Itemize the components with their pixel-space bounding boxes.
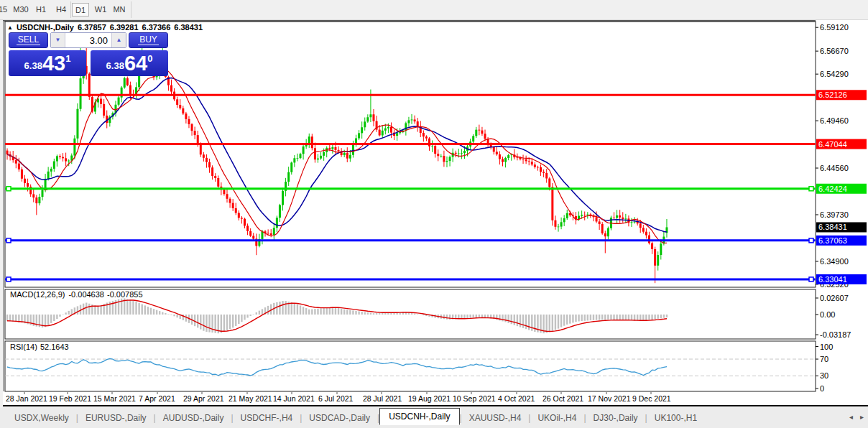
timeframe-button-d1[interactable]: D1 [72,3,89,17]
hline-price-badge: 6.52126 [818,90,847,99]
sell-button[interactable]: SELL [9,32,48,48]
hline-price-badge: 6.37063 [818,236,847,245]
date-label: 9 Dec 2021 [632,394,671,403]
timeframe-button-m30[interactable]: M30 [11,3,30,17]
date-label: 19 Aug 2021 [408,394,451,403]
date-label: 10 Sep 2021 [453,394,496,403]
date-label: 14 Jun 2021 [273,394,315,403]
date-label: 29 Apr 2021 [183,394,224,403]
buy-button[interactable]: BUY [129,32,168,48]
toolbar-separator [70,1,71,18]
tab-uk100-h1[interactable]: UK100-,H1 [647,411,704,425]
rsi-panel-frame [5,341,816,391]
price-tick-label: 6.44560 [820,164,849,172]
macd-layer [6,298,668,333]
last-price-badge: 6.38431 [818,223,847,231]
tab-dj30-daily[interactable]: DJ30-,Daily [586,411,645,425]
chart-canvas: 6.591206.566706.542906.494606.445606.397… [3,20,868,406]
price-tick-label: 6.49460 [820,116,849,125]
chart-window: 6.591206.566706.542906.494606.445606.397… [3,20,868,406]
volume-spinner: ▼ 3.00 ▲ [50,32,126,48]
rsi-layer [5,358,816,376]
rsi-tick-label: 30 [820,371,828,380]
volume-input[interactable]: 3.00 [65,33,111,47]
hline-handle[interactable] [6,187,11,191]
toolbar-separator [131,1,131,18]
ohlc-high: 6.39281 [110,23,139,32]
one-click-trading-panel: SELL ▼ 3.00 ▲ BUY 6.38431 6.38640 [9,32,168,76]
chart-tab-bar: USDX,Weekly|EURUSD-,Daily|AUDUSD-,Daily|… [0,408,868,428]
macd-tick-label: 0.00 [820,310,835,319]
ohlc-low: 6.37366 [142,23,171,32]
date-label: 6 Jul 2021 [318,394,354,403]
tabs-scroll-right-icon[interactable]: ▸ [860,413,864,421]
volume-decrease-icon[interactable]: ▼ [51,33,65,47]
chart-symbol-label: USDCNH-,Daily [17,23,74,32]
timeframe-toolbar: 15M30H1H4D1W1MN [0,0,868,20]
rsi-tick-label: 100 [820,343,833,351]
tab-xauusd-h4[interactable]: XAUUSD-,H4 [462,411,529,425]
date-label: 28 Jan 2021 [6,394,47,403]
price-axis: 6.591206.566706.542906.494606.445606.397… [816,23,867,393]
bid-price-display: 6.38431 [9,50,86,76]
tab-usdcad-daily[interactable]: USDCAD-,Daily [302,411,377,425]
macd-tick-label: 0.02607 [820,294,849,302]
hline-price-badge: 6.42424 [818,185,847,193]
date-label: 28 Jul 2021 [363,394,402,403]
horizontal-lines-layer[interactable] [5,95,816,282]
timeframe-button-w1[interactable]: W1 [92,3,109,17]
rsi-tick-label: 70 [820,355,828,363]
macd-indicator-label: MACD(12,26,9)-0.004638-0.007855 [10,290,143,299]
collapse-indicator-icon[interactable]: ▲ [7,24,13,31]
price-tick-label: 6.54290 [820,70,849,78]
hline-handle[interactable] [809,187,813,191]
hline-handle[interactable] [809,238,813,243]
hline-handle[interactable] [6,238,11,243]
ohlc-open: 6.37857 [78,23,106,32]
date-axis: 28 Jan 202119 Feb 202115 Mar 20217 Apr 2… [6,392,671,403]
date-label: 19 Feb 2021 [49,394,91,403]
tab-usdcnh-daily[interactable]: USDCNH-,Daily [379,408,459,425]
date-label: 21 May 2021 [228,394,272,403]
price-tick-label: 6.34900 [820,257,849,266]
date-label: 15 Mar 2021 [93,394,136,403]
timeframe-button-h1[interactable]: H1 [33,3,49,17]
hline-handle[interactable] [809,277,813,282]
tab-usdchf-h4[interactable]: USDCHF-,H4 [234,411,300,425]
tab-ukoil-h4[interactable]: UKOil-,H4 [530,411,583,425]
ask-price-display: 6.38640 [91,50,168,76]
date-label: 7 Apr 2021 [139,394,175,403]
macd-tick-label: -0.03187 [820,330,851,339]
tabs-scroll-left-icon[interactable]: ◂ [849,413,853,421]
hline-price-badge: 6.33041 [818,275,847,284]
tab-audusd-daily[interactable]: AUDUSD-,Daily [156,411,231,425]
timeframe-button-15[interactable]: 15 [0,3,9,17]
rsi-tick-label: 0 [820,384,824,393]
price-tick-label: 6.39730 [820,210,849,219]
hline-handle[interactable] [6,277,11,282]
tab-usdx-weekly[interactable]: USDX,Weekly [7,411,76,425]
timeframe-button-h4[interactable]: H4 [53,3,69,17]
chart-title: ▲USDCNH-,Daily6.378576.392816.373666.384… [7,23,203,32]
price-tick-label: 6.59120 [820,23,849,32]
hline-price-badge: 6.47044 [818,140,847,149]
ohlc-close: 6.38431 [174,23,203,32]
date-label: 4 Oct 2021 [498,394,535,403]
date-label: 26 Oct 2021 [542,394,583,403]
rsi-indicator-label: RSI(14)52.1643 [10,343,69,351]
tab-eurusd-daily[interactable]: EURUSD-,Daily [78,411,154,425]
timeframe-button-mn[interactable]: MN [110,3,129,17]
volume-increase-icon[interactable]: ▲ [111,33,126,47]
price-tick-label: 6.56670 [820,47,849,55]
date-label: 17 Nov 2021 [588,394,631,403]
